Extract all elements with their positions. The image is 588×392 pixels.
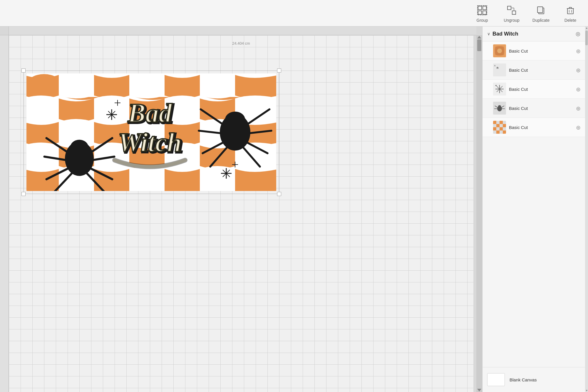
layer-group-header[interactable]: ∨ Bad Witch ◎ [483,26,585,41]
svg-point-72 [498,105,501,108]
canvas-scrollbar-v[interactable] [476,35,482,392]
layer-name-4: Basic Cut [509,106,573,111]
svg-rect-10 [537,7,543,13]
design-graphic: Bad Bad Witch Witch [26,73,276,191]
layer-item-5[interactable]: Basic Cut ◎ [483,118,585,137]
delete-label: Delete [564,18,576,23]
layer-thumb-4 [493,102,506,115]
svg-rect-4 [478,6,487,15]
canvas-wrapper[interactable]: 20 25 30 35 40 45 24.404 cm [0,26,482,392]
scroll-down-arrow[interactable] [477,389,481,391]
svg-rect-81 [493,124,496,127]
svg-text:Bad: Bad [128,98,172,128]
duplicate-label: Duplicate [532,18,550,23]
svg-text:h: h [494,64,495,67]
svg-rect-6 [512,11,516,14]
duplicate-icon [535,4,547,17]
svg-rect-78 [496,121,500,124]
layer-item-1[interactable]: Basic Cut ◎ [483,41,585,61]
delete-icon [564,4,577,17]
svg-rect-91 [500,130,503,134]
svg-point-60 [497,48,502,53]
svg-rect-89 [493,130,496,134]
group-icon [476,4,489,17]
svg-point-24 [70,140,88,155]
layer-name-1: Basic Cut [509,48,573,53]
svg-rect-77 [493,121,496,124]
svg-point-69 [495,85,497,86]
duplicate-button[interactable]: Duplicate [529,4,553,23]
svg-rect-0 [478,6,482,10]
layer-item-4[interactable]: Basic Cut ◎ [483,99,585,118]
handle-top-right[interactable] [277,68,281,73]
main-area: 20 25 30 35 40 45 24.404 cm [0,26,588,392]
panel-scroll-up[interactable]: ▲ [585,26,588,29]
panel-bottom: Blank Canvas [483,367,588,392]
panel-scroll-area[interactable]: ∨ Bad Witch ◎ Basic Cut ◎ [483,26,588,367]
svg-rect-84 [503,124,506,127]
layer-eye-3[interactable]: ◎ [576,86,580,92]
handle-bottom-left[interactable] [21,192,26,196]
layer-eye-2[interactable]: ◎ [576,67,580,73]
measurement-label: 24.404 cm [232,41,250,46]
layer-thumb-2: h n [493,63,506,76]
svg-rect-85 [493,127,496,130]
svg-rect-86 [496,127,500,130]
group-eye-icon[interactable]: ◎ [576,31,580,37]
svg-rect-92 [503,130,506,134]
canvas-grid[interactable]: 24.404 cm [9,35,473,392]
svg-point-34 [225,112,245,127]
ungroup-button[interactable]: Ungroup [500,4,523,23]
layer-eye-5[interactable]: ◎ [576,125,580,130]
group-button[interactable]: Group [470,4,494,23]
panel-scroll-thumb [585,31,588,45]
scroll-up-arrow[interactable] [477,36,481,38]
layer-item-3[interactable]: Basic Cut ◎ [483,80,585,99]
scroll-thumb [477,39,481,51]
group-name-label: Bad Witch [492,31,573,37]
svg-rect-3 [483,11,486,14]
svg-rect-80 [503,121,506,124]
layer-thumb-3 [493,83,506,96]
layer-name-2: Basic Cut [509,68,573,73]
group-chevron-icon[interactable]: ∨ [487,31,490,36]
layer-name-5: Basic Cut [509,125,573,130]
panel-scrollbar[interactable]: ▲ ▼ [585,26,588,392]
svg-rect-87 [500,127,503,130]
layer-name-3: Basic Cut [509,87,573,92]
svg-rect-88 [503,127,506,130]
handle-bottom-right[interactable] [277,192,281,196]
svg-rect-2 [478,11,482,14]
handle-top-left[interactable] [21,68,26,73]
svg-rect-79 [500,121,503,124]
layer-eye-4[interactable]: ◎ [576,105,580,111]
ungroup-icon [505,4,518,17]
svg-text:Witch: Witch [118,128,182,157]
design-selection[interactable]: Bad Bad Witch Witch [24,71,279,194]
ruler-v-bar [0,26,9,392]
svg-text:n: n [497,66,498,69]
svg-rect-82 [496,124,500,127]
svg-rect-90 [496,130,500,134]
blank-canvas-preview [487,373,505,386]
blank-canvas-label: Blank Canvas [510,377,537,382]
svg-rect-5 [507,6,511,10]
delete-button[interactable]: Delete [559,4,582,23]
toolbar: Group Ungroup Duplicate [0,0,588,26]
svg-rect-11 [567,9,573,14]
panel-scroll-down[interactable]: ▼ [585,389,588,392]
layer-eye-1[interactable]: ◎ [576,48,580,54]
layer-item-2[interactable]: h n Basic Cut ◎ [483,61,585,80]
svg-rect-1 [483,6,486,10]
right-panel: ▲ ▼ ∨ Bad Witch ◎ [482,26,588,392]
layer-thumb-5 [493,121,506,134]
layer-thumb-1 [493,44,506,57]
svg-rect-83 [500,124,503,127]
ruler-h-bar [9,26,476,35]
ruler-corner [0,26,9,35]
group-label: Group [477,18,488,23]
ungroup-label: Ungroup [504,18,520,23]
